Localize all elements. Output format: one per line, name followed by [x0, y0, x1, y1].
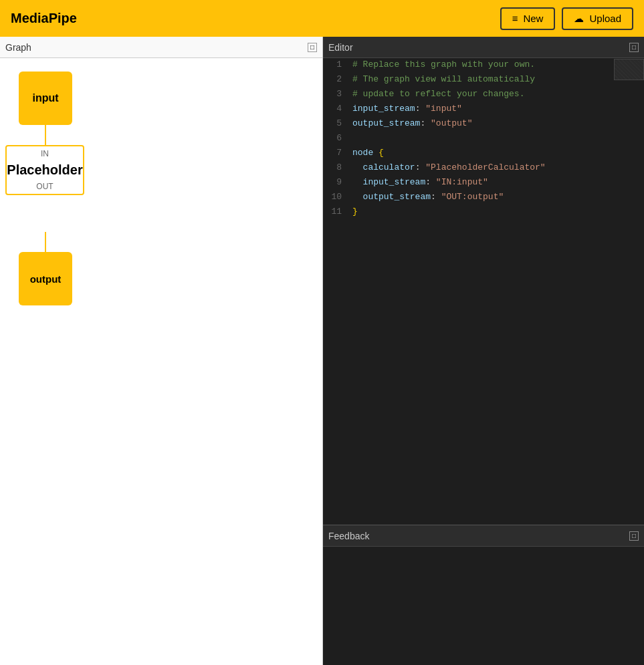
feedback-panel-title: Feedback: [328, 531, 369, 541]
code-line-5: 5 output_stream: "output": [323, 117, 644, 132]
line-num-5: 5: [323, 117, 350, 132]
line-num-1: 1: [323, 58, 350, 73]
app-title: MediaPipe: [11, 11, 77, 26]
line-num-8: 8: [323, 161, 350, 176]
line-num-6: 6: [323, 132, 350, 146]
feedback-panel-header: Feedback □: [323, 525, 644, 547]
placeholder-node-title: Placeholder: [7, 158, 83, 182]
code-line-8: 8 calculator: "PlaceholderCalculator": [323, 161, 644, 176]
code-line-6: 6: [323, 132, 644, 146]
new-button-label: New: [523, 13, 543, 24]
editor-expand-icon[interactable]: □: [629, 43, 639, 52]
feedback-section: Feedback □: [323, 525, 644, 665]
line-content-9: input_stream: "IN:input": [350, 176, 488, 190]
upload-button-label: Upload: [589, 13, 621, 24]
placeholder-out-label: OUT: [7, 182, 83, 194]
line-num-7: 7: [323, 146, 350, 161]
line-num-11: 11: [323, 205, 350, 220]
feedback-expand-icon[interactable]: □: [629, 531, 639, 541]
mini-map: [614, 59, 644, 80]
placeholder-in-label: IN: [7, 146, 83, 158]
line-num-2: 2: [323, 73, 350, 88]
graph-expand-icon[interactable]: □: [308, 43, 317, 52]
placeholder-node[interactable]: IN Placeholder OUT: [5, 145, 84, 195]
line-num-4: 4: [323, 102, 350, 117]
line-content-7: node {: [350, 146, 384, 161]
connector-top: [45, 125, 46, 145]
output-node[interactable]: output: [19, 252, 72, 305]
new-button[interactable]: ≡ New: [500, 7, 556, 30]
code-line-7: 7 node {: [323, 146, 644, 161]
right-panel: Editor □ 1 # Replace this graph with you…: [323, 37, 644, 665]
line-content-2: # The graph view will automatically: [350, 73, 535, 88]
editor-panel-title: Editor: [328, 42, 353, 53]
code-line-11: 11 }: [323, 205, 644, 220]
line-content-5: output_stream: "output": [350, 117, 472, 132]
input-node[interactable]: input: [19, 72, 72, 125]
code-line-9: 9 input_stream: "IN:input": [323, 176, 644, 190]
line-content-8: calculator: "PlaceholderCalculator": [350, 161, 546, 176]
graph-panel-header: Graph □: [0, 37, 322, 58]
line-num-9: 9: [323, 176, 350, 190]
graph-panel: Graph □ input IN Placeholder OUT output: [0, 37, 323, 665]
line-content-3: # update to reflect your changes.: [350, 88, 524, 102]
feedback-content: [323, 547, 644, 665]
input-node-label: input: [32, 92, 58, 104]
code-line-1: 1 # Replace this graph with your own.: [323, 58, 644, 73]
header-buttons: ≡ New ☁ Upload: [500, 7, 633, 30]
line-content-4: input_stream: "input": [350, 102, 462, 117]
line-content-11: }: [350, 205, 358, 220]
line-num-10: 10: [323, 190, 350, 205]
code-line-10: 10 output_stream: "OUT:output": [323, 190, 644, 205]
line-content-6: [350, 132, 352, 146]
code-line-3: 3 # update to reflect your changes.: [323, 88, 644, 102]
line-content-1: # Replace this graph with your own.: [350, 58, 535, 73]
line-content-10: output_stream: "OUT:output": [350, 190, 504, 205]
line-num-3: 3: [323, 88, 350, 102]
upload-icon: ☁: [574, 13, 584, 25]
connector-bottom: [45, 232, 46, 252]
editor-content[interactable]: 1 # Replace this graph with your own. 2 …: [323, 58, 644, 525]
graph-panel-title: Graph: [5, 42, 31, 53]
editor-panel-header: Editor □: [323, 37, 644, 58]
code-line-4: 4 input_stream: "input": [323, 102, 644, 117]
app-header: MediaPipe ≡ New ☁ Upload: [0, 0, 644, 37]
code-line-2: 2 # The graph view will automatically: [323, 73, 644, 88]
editor-section: Editor □ 1 # Replace this graph with you…: [323, 37, 644, 525]
mini-map-inner: [615, 59, 643, 80]
output-node-label: output: [30, 273, 62, 285]
graph-canvas: input IN Placeholder OUT output: [0, 58, 322, 665]
main-layout: Graph □ input IN Placeholder OUT output: [0, 37, 644, 665]
hamburger-icon: ≡: [512, 13, 518, 24]
upload-button[interactable]: ☁ Upload: [562, 7, 633, 30]
